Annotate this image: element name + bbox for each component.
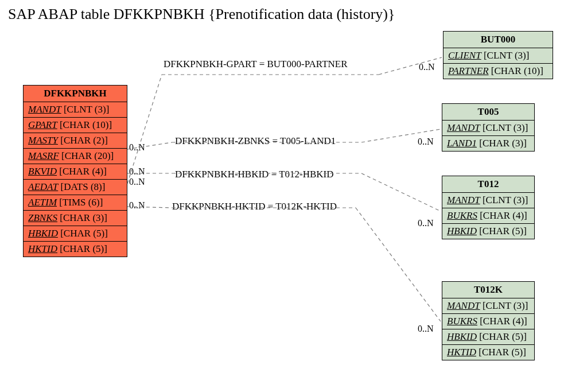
table-row: BUKRS [CHAR (4)] [442,314,534,329]
table-t005: T005 MANDT [CLNT (3)] LAND1 [CHAR (3)] [442,103,535,152]
relation-label: DFKKPNBKH-ZBNKS = T005-LAND1 [175,135,336,147]
cardinality-left: 0..N [129,200,145,211]
field-name: MANDT [447,122,480,133]
relation-label: DFKKPNBKH-GPART = BUT000-PARTNER [164,59,348,70]
field-type: [CHAR (4)] [59,166,107,177]
table-row: MANDT [CLNT (3)] [442,121,534,136]
table-header: T012K [442,282,534,298]
table-row: HKTID [CHAR (5)] [442,345,534,360]
field-name: PARTNER [448,65,489,76]
field-name: BUKRS [447,316,477,327]
field-name: CLIENT [448,50,481,61]
table-row: PARTNER [CHAR (10)] [444,64,553,79]
table-row: BKVID [CHAR (4)] [24,164,127,180]
cardinality-right: 0..N [418,218,434,228]
table-row: MANDT [CLNT (3)] [24,102,127,118]
field-name: MANDT [447,195,480,205]
field-name: BUKRS [447,210,477,221]
field-name: AETIM [28,197,57,208]
field-type: [CLNT (3)] [484,50,529,61]
table-row: CLIENT [CLNT (3)] [444,48,553,64]
cardinality-left: 0..N [129,166,145,177]
cardinality-right: 0..N [418,324,434,334]
field-name: HKTID [447,347,476,358]
field-type: [CLNT (3)] [483,300,528,311]
field-name: BKVID [28,166,57,177]
field-name: AEDAT [28,181,58,192]
table-header: T012 [442,176,534,193]
field-name: ZBNKS [28,212,57,223]
table-row: AETIM [TIMS (6)] [24,195,127,211]
field-name: HBKID [447,331,477,342]
table-row: LAND1 [CHAR (3)] [442,136,534,151]
field-type: [CHAR (3)] [60,212,107,223]
page-title: SAP ABAP table DFKKPNBKH {Prenotificatio… [8,6,395,23]
field-name: MASRF [28,150,59,161]
field-type: [CLNT (3)] [64,104,109,115]
field-type: [CHAR (4)] [480,316,527,327]
field-type: [CHAR (20)] [61,150,114,161]
field-type: [CHAR (3)] [479,138,527,149]
cardinality-right: 0..N [418,137,434,147]
field-name: MANDT [28,104,61,115]
relation-label: DFKKPNBKH-HBKID = T012-HBKID [175,169,334,180]
svg-line-8 [361,173,441,211]
table-row: ZBNKS [CHAR (3)] [24,211,127,226]
field-name: LAND1 [447,138,477,149]
field-type: [TIMS (6)] [59,197,103,208]
table-header: BUT000 [444,32,553,48]
table-t012: T012 MANDT [CLNT (3)] BUKRS [CHAR (4)] H… [442,176,535,239]
field-type: [DATS (8)] [61,181,106,192]
field-name: HKTID [28,243,57,254]
field-type: [CHAR (10)] [60,119,112,130]
field-name: GPART [28,119,57,130]
field-name: MANDT [447,300,480,311]
field-type: [CHAR (5)] [479,226,527,236]
table-row: HBKID [CHAR (5)] [442,224,534,239]
field-type: [CHAR (10)] [491,65,543,76]
cardinality-left: 0..N [129,177,145,187]
field-name: HBKID [447,226,477,236]
field-type: [CHAR (5)] [60,243,107,254]
table-header: T005 [442,104,534,121]
table-row: MASTY [CHAR (2)] [24,133,127,149]
table-row: HKTID [CHAR (5)] [24,242,127,257]
table-row: BUKRS [CHAR (4)] [442,208,534,224]
table-row: HBKID [CHAR (5)] [442,329,534,345]
table-row: MANDT [CLNT (3)] [442,193,534,208]
cardinality-right: 0..N [419,62,435,72]
table-row: MASRF [CHAR (20)] [24,149,127,164]
table-header: DFKKPNBKH [24,86,127,102]
field-name: HBKID [28,228,58,239]
field-type: [CHAR (5)] [479,347,526,358]
cardinality-left: 0..N [129,142,145,153]
table-row: HBKID [CHAR (5)] [24,226,127,242]
field-type: [CHAR (4)] [480,210,527,221]
table-row: MANDT [CLNT (3)] [442,298,534,314]
field-type: [CLNT (3)] [483,195,528,205]
field-type: [CHAR (5)] [60,228,108,239]
field-type: [CHAR (2)] [60,135,108,146]
field-name: MASTY [28,135,58,146]
table-dfkkpnbkh: DFKKPNBKH MANDT [CLNT (3)] GPART [CHAR (… [23,85,127,257]
table-row: AEDAT [DATS (8)] [24,180,127,195]
relation-label: DFKKPNBKH-HKTID = T012K-HKTID [172,201,337,212]
field-type: [CLNT (3)] [483,122,528,133]
table-t012k: T012K MANDT [CLNT (3)] BUKRS [CHAR (4)] … [442,281,535,360]
field-type: [CHAR (5)] [479,331,527,342]
table-row: GPART [CHAR (10)] [24,118,127,133]
table-but000: BUT000 CLIENT [CLNT (3)] PARTNER [CHAR (… [443,31,553,79]
